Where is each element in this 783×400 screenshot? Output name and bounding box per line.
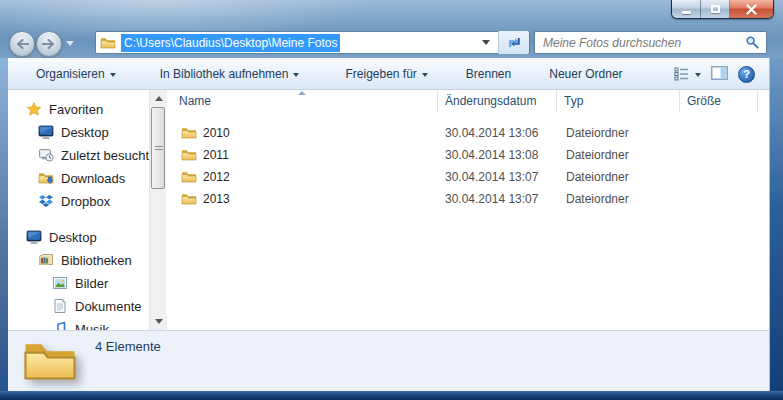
back-arrow-icon xyxy=(15,38,29,50)
sidebar-item-label: Desktop xyxy=(61,125,109,140)
desktop-icon xyxy=(38,124,54,140)
recent-pages-dropdown[interactable] xyxy=(66,41,74,46)
file-name: 2012 xyxy=(203,170,230,184)
recent-places-icon xyxy=(38,147,54,163)
search-box xyxy=(534,31,767,54)
search-icon[interactable] xyxy=(745,35,760,50)
help-icon: ? xyxy=(743,68,750,80)
add-to-library-button[interactable]: In Bibliothek aufnehmen xyxy=(150,62,310,86)
file-type: Dateiordner xyxy=(557,170,680,184)
chevron-down-icon xyxy=(155,319,163,324)
search-input[interactable] xyxy=(541,35,745,51)
table-row[interactable]: 2010 30.04.2014 13:06 Dateiordner xyxy=(167,122,758,144)
burn-label: Brennen xyxy=(466,67,511,81)
scroll-down-button[interactable] xyxy=(150,313,167,330)
folder-icon xyxy=(181,147,197,163)
share-with-label: Freigeben für xyxy=(345,67,416,81)
forward-arrow-icon xyxy=(42,38,56,50)
minimize-icon xyxy=(682,11,691,14)
address-path[interactable]: C:\Users\Claudius\Desktop\Meine Fotos xyxy=(121,34,340,52)
share-with-button[interactable]: Freigeben für xyxy=(335,62,437,86)
sidebar-item-musik[interactable]: Musik xyxy=(52,318,109,330)
sidebar-item-downloads[interactable]: Downloads xyxy=(38,167,125,189)
downloads-folder-icon xyxy=(38,170,54,186)
file-modified: 30.04.2014 13:08 xyxy=(438,148,557,162)
refresh-button[interactable] xyxy=(498,31,529,54)
file-type: Dateiordner xyxy=(557,192,680,206)
address-bar[interactable]: C:\Users\Claudius\Desktop\Meine Fotos xyxy=(95,31,530,54)
sidebar-item-label: Zuletzt besucht xyxy=(61,148,149,163)
file-name: 2011 xyxy=(203,148,229,162)
new-folder-button[interactable]: Neuer Ordner xyxy=(539,62,632,86)
column-label: Name xyxy=(179,94,211,108)
folder-icon xyxy=(181,191,197,207)
sidebar-item-label: Downloads xyxy=(61,171,125,186)
add-to-library-label: In Bibliothek aufnehmen xyxy=(160,67,289,81)
preview-pane-button[interactable] xyxy=(711,66,728,83)
command-toolbar: Organisieren In Bibliothek aufnehmen Fre… xyxy=(8,58,769,90)
column-headers: Name Änderungsdatum Typ Größe xyxy=(167,90,758,112)
scroll-up-button[interactable] xyxy=(150,90,167,107)
sidebar-item-desktop-root[interactable]: Desktop xyxy=(26,226,97,248)
burn-button[interactable]: Brennen xyxy=(456,62,521,86)
scrollbar-thumb[interactable] xyxy=(151,107,165,189)
scrollbar-grip xyxy=(155,146,163,152)
table-row[interactable]: 2012 30.04.2014 13:07 Dateiordner xyxy=(167,166,758,188)
column-label: Typ xyxy=(564,94,583,108)
item-count: 4 Elemente xyxy=(95,339,161,354)
file-name: 2013 xyxy=(203,192,230,206)
sidebar-item-label: Dropbox xyxy=(61,194,110,209)
details-pane: 4 Elemente xyxy=(8,330,769,391)
file-modified: 30.04.2014 13:07 xyxy=(438,170,557,184)
sidebar-item-favoriten[interactable]: Favoriten xyxy=(26,98,103,120)
libraries-icon xyxy=(38,252,54,268)
sidebar-item-desktop[interactable]: Desktop xyxy=(38,121,109,143)
refresh-icon xyxy=(507,35,522,50)
chevron-down-icon xyxy=(293,73,299,77)
table-row[interactable]: 2013 30.04.2014 13:07 Dateiordner xyxy=(167,188,758,210)
help-button[interactable]: ? xyxy=(738,66,755,83)
desktop-icon xyxy=(26,229,42,245)
sidebar-item-label: Dokumente xyxy=(75,299,141,314)
navigation-pane: Favoriten Desktop Zuletzt besucht xyxy=(8,90,149,330)
forward-button[interactable] xyxy=(36,31,62,57)
file-modified: 30.04.2014 13:06 xyxy=(438,126,557,140)
sidebar-scrollbar[interactable] xyxy=(149,90,166,330)
column-header-modified[interactable]: Änderungsdatum xyxy=(438,90,557,112)
column-header-name[interactable]: Name xyxy=(167,90,438,112)
sidebar-item-zuletzt-besucht[interactable]: Zuletzt besucht xyxy=(38,144,149,166)
views-button[interactable] xyxy=(674,67,701,81)
close-button[interactable] xyxy=(730,0,773,18)
sidebar-item-label: Bilder xyxy=(75,276,108,291)
file-list: Name Änderungsdatum Typ Größe 2010 xyxy=(167,90,769,330)
column-header-size[interactable]: Größe xyxy=(680,90,758,112)
maximize-icon xyxy=(711,5,720,13)
address-dropdown-button[interactable] xyxy=(482,40,490,45)
window-body: Organisieren In Bibliothek aufnehmen Fre… xyxy=(8,58,769,391)
file-modified: 30.04.2014 13:07 xyxy=(438,192,557,206)
sidebar-item-label: Bibliotheken xyxy=(61,253,132,268)
folder-icon xyxy=(181,125,197,141)
pictures-icon xyxy=(52,275,68,291)
sidebar-item-bibliotheken[interactable]: Bibliotheken xyxy=(38,249,132,271)
sidebar-item-label: Desktop xyxy=(49,230,97,245)
organize-button[interactable]: Organisieren xyxy=(26,62,126,86)
chevron-down-icon xyxy=(482,40,490,45)
new-folder-label: Neuer Ordner xyxy=(549,67,622,81)
folder-icon xyxy=(100,35,116,51)
file-type: Dateiordner xyxy=(557,126,680,140)
column-label: Änderungsdatum xyxy=(445,94,536,108)
sidebar-item-bilder[interactable]: Bilder xyxy=(52,272,108,294)
chevron-up-icon xyxy=(155,96,163,101)
sidebar-item-dokumente[interactable]: Dokumente xyxy=(52,295,141,317)
table-row[interactable]: 2011 30.04.2014 13:08 Dateiordner xyxy=(167,144,758,166)
minimize-button[interactable] xyxy=(672,0,701,18)
back-button[interactable] xyxy=(9,31,35,57)
sidebar-item-label: Favoriten xyxy=(49,102,103,117)
organize-label: Organisieren xyxy=(36,67,105,81)
sidebar-item-dropbox[interactable]: Dropbox xyxy=(38,190,110,212)
close-icon xyxy=(746,4,757,15)
window-frame-right xyxy=(769,58,783,400)
maximize-button[interactable] xyxy=(701,0,730,18)
column-header-type[interactable]: Typ xyxy=(557,90,680,112)
